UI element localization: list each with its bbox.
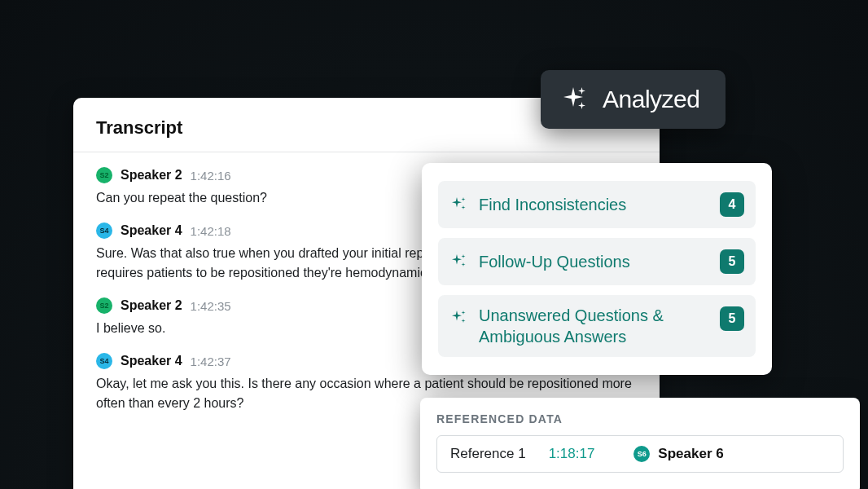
speaker-avatar: S6 [633, 446, 650, 462]
suggestion-label: Follow-Up Questions [479, 251, 710, 272]
reference-name: Reference 1 [450, 446, 526, 462]
entry-timestamp: 1:42:16 [191, 169, 231, 183]
sparkle-icon [449, 252, 469, 271]
speaker-avatar: S2 [96, 297, 112, 314]
sparkle-icon [449, 195, 469, 214]
suggestion-find-inconsistencies[interactable]: Find Inconsistencies 4 [438, 181, 756, 228]
sparkle-icon [449, 308, 469, 328]
entry-timestamp: 1:42:18 [191, 224, 231, 238]
suggestion-count-badge: 4 [720, 192, 744, 217]
speaker-name: Speaker 4 [121, 223, 182, 238]
speaker-name: Speaker 2 [121, 298, 182, 313]
speaker-name: Speaker 2 [121, 168, 182, 183]
reference-timestamp: 1:18:17 [549, 446, 595, 462]
suggestion-unanswered-ambiguous[interactable]: Unanswered Questions & Ambiguous Answers… [438, 295, 756, 357]
entry-timestamp: 1:42:35 [191, 299, 231, 313]
speaker-avatar: S4 [96, 353, 112, 369]
reference-speaker: Speaker 6 [658, 446, 723, 462]
speaker-avatar: S2 [96, 167, 112, 183]
sparkle-icon [559, 85, 588, 114]
suggestions-card: Find Inconsistencies 4 Follow-Up Questio… [422, 163, 772, 375]
analyzed-chip: Analyzed [541, 70, 726, 129]
suggestion-follow-up-questions[interactable]: Follow-Up Questions 5 [438, 238, 756, 285]
speaker-name: Speaker 4 [121, 354, 182, 368]
referenced-data-card: REFERENCED DATA Reference 1 1:18:17 S6 S… [420, 398, 860, 489]
reference-row[interactable]: Reference 1 1:18:17 S6 Speaker 6 [436, 435, 844, 473]
entry-timestamp: 1:42:37 [191, 355, 231, 368]
speaker-avatar: S4 [96, 222, 112, 239]
analyzed-label: Analyzed [603, 86, 699, 113]
referenced-data-title: REFERENCED DATA [436, 412, 844, 425]
suggestion-label: Unanswered Questions & Ambiguous Answers [479, 305, 710, 347]
suggestion-label: Find Inconsistencies [479, 194, 710, 215]
suggestion-count-badge: 5 [720, 249, 744, 274]
suggestion-count-badge: 5 [720, 306, 744, 331]
